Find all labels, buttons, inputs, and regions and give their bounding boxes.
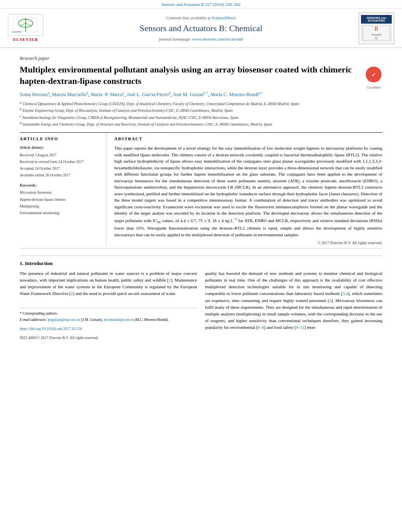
svg-text:Chemical: Chemical (371, 33, 381, 36)
paper-type-label: Research paper (20, 55, 382, 62)
affiliation-d: d Sustainable Energy and Chemistry Group… (20, 120, 382, 127)
abstract-copyright: © 2017 Elsevier B.V. All rights reserved… (114, 240, 382, 246)
keywords-label: Keywords: (20, 183, 100, 188)
email-1-link[interactable]: jmguisan@icp.csic.es (48, 318, 80, 322)
doi-link[interactable]: https://doi.org/10.1016/j.snb.2017.10.13… (20, 327, 82, 331)
crossmark-badge: ✓ CrossMark CrossMark (365, 66, 382, 83)
journal-homepage: journal homepage: www.elsevier.com/locat… (51, 36, 351, 42)
author-1: Sonia Herranz (20, 92, 48, 98)
author-4: José L. Garcia-Fierro (127, 92, 169, 98)
crossmark-label: CrossMark (365, 85, 382, 90)
main-content: Research paper Multiplex environmental p… (0, 48, 402, 348)
affiliation-b: b Enzyme Engineering Group, Dept. of Bio… (20, 107, 382, 113)
keyword-4: Environmental monitoring (20, 210, 100, 217)
issn-line: 0925-4005/© 2017 Elsevier B.V. All right… (20, 335, 197, 341)
journal-main-title: Sensors and Actuators B: Chemical (51, 22, 351, 35)
abstract-text: This paper reports the development of a … (114, 145, 382, 238)
date-accepted: Accepted 24 October 2017 (20, 165, 100, 172)
affiliation-c: c Nanobiotechnology for Diagnostics Grou… (20, 114, 382, 120)
svg-text:ELSEVIER: ELSEVIER (12, 31, 22, 33)
email-2-name: (M.C. Moreno-Bondi). (134, 318, 169, 322)
abstract-col: ABSTRACT This paper reports the developm… (114, 133, 382, 246)
email-1-name: (J.M. Guisan), (81, 318, 103, 322)
email-2-link[interactable]: mcmhandi@ucm.es (104, 318, 134, 322)
sciencedirect-link[interactable]: ScienceDirect (212, 15, 236, 20)
ref-3-4-link[interactable]: 3,4 (342, 291, 348, 296)
svg-text:B: B (374, 26, 378, 32)
introduction-section: 1. Introduction The presence of industri… (20, 256, 382, 341)
footnote-email: E-mail addresses: jmguisan@icp.csic.es (… (20, 317, 197, 323)
article-info-header: ARTICLE INFO (20, 136, 100, 142)
contents-line: Contents lists available at ScienceDirec… (51, 15, 351, 21)
elsevier-logo: ELSEVIER ELSEVIER (8, 14, 43, 43)
article-info-col: ARTICLE INFO Article history: Received 3… (20, 133, 106, 246)
email-label: E-mail addresses: (20, 318, 47, 322)
ref-6-8-link[interactable]: 6–8 (258, 325, 264, 330)
article-title: Multiplex environmental pollutant analys… (20, 64, 359, 87)
svg-text:CrossMark: CrossMark (368, 80, 380, 82)
ref-1-link[interactable]: 1 (169, 278, 171, 282)
homepage-label: journal homepage: (159, 37, 191, 41)
article-history-label: Article history: (20, 145, 100, 150)
citation-bar: Sensors and Actuators B 257 (2018) 256–2… (0, 0, 402, 9)
svg-text:✓: ✓ (371, 72, 376, 78)
footnote-star: * Corresponding authors. (20, 311, 197, 317)
contents-label: Contents lists available at (166, 15, 210, 20)
ref-5-link[interactable]: 5 (329, 298, 331, 303)
journal-title-area: Contents lists available at ScienceDirec… (43, 15, 359, 43)
abstract-header: ABSTRACT (114, 136, 382, 142)
date-received: Received 3 August 2017 (20, 152, 100, 159)
homepage-link[interactable]: www.elsevier.com/locate/snb (192, 37, 243, 41)
keyword-2: Hapten-dextran-lipase chimers (20, 196, 100, 203)
intro-right-col: quality has boosted the demand of new me… (205, 270, 382, 341)
intro-section-number: 1. (20, 260, 25, 266)
affiliation-a: a Chemical Optosensors & Applied Photoch… (20, 100, 382, 107)
author-5: José M. Guisan (173, 92, 203, 98)
sensors-logo-text: SENSORS ANDACTUATORS (367, 17, 386, 22)
doi-line: https://doi.org/10.1016/j.snb.2017.10.13… (20, 326, 197, 332)
ref-2-link[interactable]: 2 (71, 291, 73, 296)
article-dates: Received 3 August 2017 Received in revis… (20, 152, 100, 179)
ref-9-11-link[interactable]: 9–11 (296, 325, 305, 330)
author-6: María C. Moreno-Bondi (210, 92, 259, 98)
elsevier-label: ELSEVIER (13, 37, 38, 43)
sensors-actuators-logo: SENSORS ANDACTUATORS B Chemical (359, 13, 394, 44)
keyword-1: Microarray biosensor (20, 189, 100, 196)
intro-two-col: The presence of industrial and natural p… (20, 270, 382, 341)
affiliations: a Chemical Optosensors & Applied Photoch… (20, 100, 382, 128)
keyword-3: Multiplexing (20, 203, 100, 210)
author-3: María -P. Marco (91, 92, 123, 98)
date-revised: Received in revised form 24 October 2017 (20, 159, 100, 165)
date-online: Available online 26 October 2017 (20, 172, 100, 179)
intro-left-col: The presence of industrial and natural p… (20, 270, 197, 341)
citation-text: Sensors and Actuators B 257 (2018) 256–2… (162, 2, 240, 7)
page: Sensors and Actuators B 257 (2018) 256–2… (0, 0, 402, 532)
intro-section-title: 1. Introduction (20, 260, 382, 267)
section-divider (20, 248, 382, 248)
journal-header: ELSEVIER ELSEVIER Contents lists availab… (0, 9, 402, 48)
info-abstract-section: ARTICLE INFO Article history: Received 3… (20, 132, 382, 246)
intro-section-name: Introduction (25, 260, 53, 266)
keywords-list: Microarray biosensor Hapten-dextran-lipa… (20, 189, 100, 216)
authors-line: Sonia Herranza, Marzia Marciellob, María… (20, 91, 382, 98)
title-crossmark-row: Multiplex environmental pollutant analys… (20, 64, 382, 87)
elsevier-logo-image: ELSEVIER (8, 14, 43, 36)
author-2: Marzia Marciello (52, 92, 86, 98)
